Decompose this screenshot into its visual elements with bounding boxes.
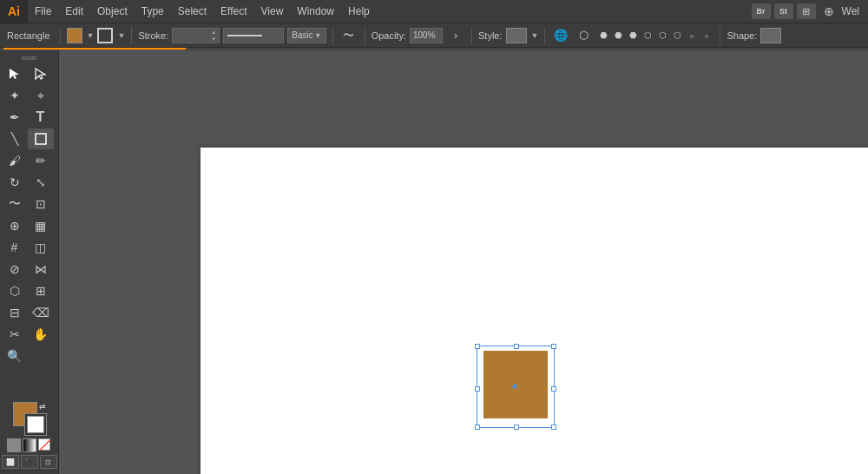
toolbox: tools ✦ ⌖ ✒ T ╲ 🖌 ✏ ↻ ⤡ 〜 ⊡ ⊕ <box>0 50 59 474</box>
stroke-dropdown-arrow[interactable]: ▼ <box>117 31 125 40</box>
gradient-mode-button[interactable] <box>23 438 36 452</box>
globe-icon[interactable]: 🌐 <box>551 26 570 45</box>
stroke-up[interactable]: ▲ <box>211 29 216 36</box>
variable-width-button[interactable]: 〜 <box>339 26 358 45</box>
align-top-button[interactable]: ⬡ <box>641 27 654 44</box>
menu-type[interactable]: Type <box>135 0 171 23</box>
bridge-button[interactable]: Br <box>752 3 771 19</box>
pen-tool[interactable]: ✒ <box>2 107 28 128</box>
divider-2 <box>131 27 132 44</box>
stroke-color-swatch[interactable] <box>97 28 113 43</box>
line-tool[interactable]: ╲ <box>2 128 28 149</box>
rotate-tool[interactable]: ↻ <box>2 172 28 193</box>
type-tool[interactable]: T <box>28 107 54 128</box>
canvas-area[interactable] <box>59 50 868 474</box>
fill-color-swatch[interactable] <box>67 28 82 43</box>
blend-tool[interactable]: ⋈ <box>28 259 54 280</box>
draw-inside-button[interactable]: ⊡ <box>40 455 57 469</box>
paintbrush-tool[interactable]: 🖌 <box>2 150 28 171</box>
free-transform-tool[interactable]: ⊡ <box>28 194 54 214</box>
crop-tool[interactable]: ⊞ <box>28 280 54 301</box>
warp-tool[interactable]: 〜 <box>2 194 28 214</box>
eyedropper-tool[interactable]: ⊘ <box>2 259 28 280</box>
stroke-label: Stroke: <box>138 30 168 41</box>
menu-object[interactable]: Object <box>90 0 135 23</box>
profile-arrow[interactable]: ▼ <box>314 31 322 40</box>
stroke-profile-dropdown[interactable]: Basic ▼ <box>287 28 326 43</box>
style-box[interactable] <box>506 28 527 43</box>
direct-selection-tool[interactable] <box>28 63 54 84</box>
tool-row-6: ↻ ⤡ <box>2 172 57 193</box>
selection-tool[interactable] <box>2 63 28 84</box>
divider-3 <box>332 27 333 44</box>
distribute-h-button[interactable]: ⬦ <box>685 27 699 44</box>
gradient-tool[interactable]: ◫ <box>28 237 54 258</box>
live-paint-tool[interactable]: ⬡ <box>2 280 28 301</box>
symbol-spray-tool[interactable]: ⊕ <box>2 215 28 236</box>
handle-top-left[interactable] <box>475 344 480 349</box>
stroke-down[interactable]: ▼ <box>211 36 216 43</box>
style-arrow[interactable]: ▼ <box>531 31 539 40</box>
scissors-tool[interactable]: ✂ <box>2 324 28 345</box>
stroke-spinners[interactable]: ▲ ▼ <box>211 29 216 43</box>
menu-edit[interactable]: Edit <box>58 0 90 23</box>
opacity-arrow[interactable]: › <box>446 26 465 45</box>
menu-view[interactable]: View <box>254 0 291 23</box>
menu-select[interactable]: Select <box>171 0 214 23</box>
transform-button[interactable]: ⬡ <box>574 26 593 45</box>
eraser-tool[interactable]: ⌫ <box>28 302 54 323</box>
draw-normal-button[interactable]: ⬜ <box>2 455 19 469</box>
tool-row-4: ╲ <box>2 128 57 149</box>
stock-button[interactable]: St <box>774 3 793 19</box>
align-middle-button[interactable]: ⬡ <box>655 27 669 44</box>
lasso-tool[interactable]: ⌖ <box>28 85 54 106</box>
svg-rect-0 <box>36 134 46 144</box>
fill-dropdown-arrow[interactable]: ▼ <box>87 31 95 40</box>
magic-wand-tool[interactable]: ✦ <box>2 85 28 106</box>
tool-row-14: 🔍 <box>2 346 57 366</box>
handle-bottom-right[interactable] <box>551 425 556 430</box>
divider-7 <box>720 27 720 44</box>
menu-file[interactable]: File <box>28 0 58 23</box>
selected-shape-container[interactable] <box>477 346 555 428</box>
column-graph-tool[interactable]: ▦ <box>28 215 54 236</box>
align-group: ⬣ ⬣ ⬣ ⬡ ⬡ ⬡ ⬦ ⬦ <box>596 27 713 44</box>
zoom-tool[interactable]: 🔍 <box>2 346 28 366</box>
stroke-style-box[interactable] <box>223 28 284 43</box>
color-mode-button[interactable] <box>7 438 21 452</box>
mesh-tool[interactable]: # <box>2 237 28 258</box>
opacity-input[interactable]: 100% <box>410 28 443 43</box>
align-right-button[interactable]: ⬣ <box>626 27 640 44</box>
slice-tool[interactable]: ⊟ <box>2 302 28 323</box>
align-bottom-button[interactable]: ⬡ <box>670 27 684 44</box>
align-left-button[interactable]: ⬣ <box>596 27 610 44</box>
tool-row-3: ✒ T <box>2 107 57 128</box>
tool-row-7: 〜 ⊡ <box>2 194 57 214</box>
menu-help[interactable]: Help <box>341 0 377 23</box>
sync-button[interactable]: ⊕ <box>819 3 838 19</box>
handle-top-mid[interactable] <box>514 344 519 349</box>
handle-bottom-mid[interactable] <box>514 425 519 430</box>
stroke-width-input[interactable]: ▲ ▼ <box>172 28 220 43</box>
handle-top-right[interactable] <box>551 344 556 349</box>
none-mode-button[interactable] <box>38 438 52 452</box>
rectangle-tool[interactable] <box>28 128 54 149</box>
stroke-color-box[interactable] <box>25 414 46 435</box>
shape-box[interactable] <box>760 28 781 43</box>
align-center-h-button[interactable]: ⬣ <box>611 27 625 44</box>
menu-effect[interactable]: Effect <box>214 0 253 23</box>
scale-tool[interactable]: ⤡ <box>28 172 54 193</box>
swap-colors-icon[interactable]: ⇄ <box>39 402 46 411</box>
menu-window[interactable]: Window <box>290 0 341 23</box>
tool-row-1 <box>2 63 57 84</box>
tool-row-8: ⊕ ▦ <box>2 215 57 236</box>
pencil-tool[interactable]: ✏ <box>28 150 54 171</box>
handle-mid-left[interactable] <box>475 386 480 392</box>
draw-behind-button[interactable]: ⬛ <box>21 455 38 469</box>
handle-bottom-left[interactable] <box>475 425 480 430</box>
distribute-v-button[interactable]: ⬦ <box>700 27 713 44</box>
handle-mid-right[interactable] <box>551 386 556 392</box>
grid-button[interactable]: ⊞ <box>797 3 816 19</box>
properties-toolbar: Rectangle ▼ ▼ Stroke: ▲ ▼ Basic ▼ 〜 Opac… <box>0 23 868 47</box>
hand-tool[interactable]: ✋ <box>28 324 54 345</box>
